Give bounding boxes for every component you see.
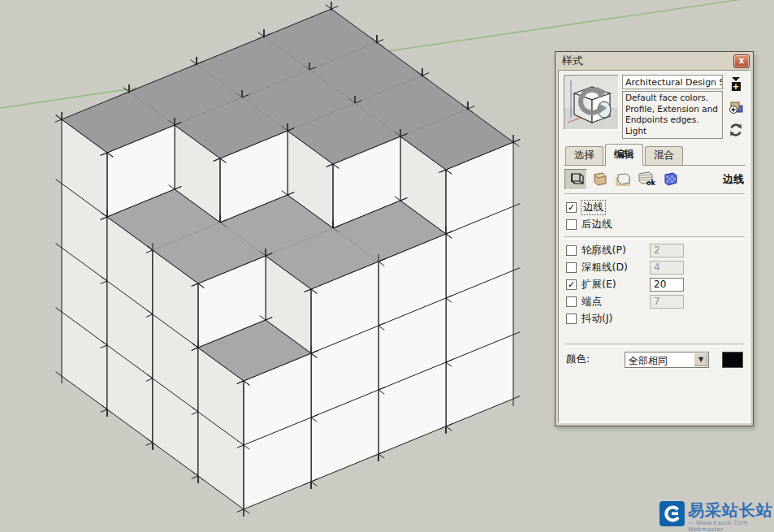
checkbox-back-edges[interactable]	[566, 219, 577, 230]
panel-title: 样式	[562, 54, 733, 68]
edge-style-button[interactable]	[564, 169, 587, 190]
divider	[564, 236, 745, 240]
divider	[564, 344, 745, 347]
checkbox-row-depth-cue: 深粗线(D) 4	[564, 259, 746, 276]
sketchup-window: 样式 x	[0, 0, 774, 532]
create-style-icon[interactable]	[728, 98, 744, 115]
tab-select[interactable]: 选择	[565, 146, 603, 165]
edit-subsection-strip: ok 边线	[564, 169, 746, 190]
checkbox-jitter[interactable]	[566, 314, 577, 324]
checkbox-edges[interactable]: ✓	[566, 202, 577, 213]
checkbox-row-endpoints: 端点 7	[564, 293, 746, 310]
watermark-style-button[interactable]: ok	[635, 169, 658, 190]
style-header: Architectural Design Style Default face …	[564, 75, 746, 139]
checkbox-depth-cue[interactable]	[566, 262, 577, 273]
site-watermark: 易采站长站 — Www.Easck.Com Webmaster	[659, 501, 774, 532]
color-label: 颜色:	[566, 353, 625, 366]
secondary-pane-icon[interactable]: +	[728, 76, 744, 92]
chevron-down-icon[interactable]: ▼	[694, 353, 707, 366]
style-header-buttons: +	[726, 75, 746, 139]
style-description[interactable]: Default face colors. Profile, Extension …	[622, 91, 723, 139]
watermark-tagline: — Www.Easck.Com Webmaster	[688, 520, 774, 532]
checkbox-label: 抖动(J)	[582, 312, 650, 326]
panel-content: Architectural Design Style Default face …	[558, 70, 750, 423]
profiles-width-field: 2	[650, 244, 684, 257]
edge-color-dropdown[interactable]: 全部相同 ▼	[625, 352, 709, 368]
panel-tabs: 选择 编辑 混合	[564, 144, 746, 166]
modeling-style-button[interactable]	[659, 169, 681, 190]
checkbox-row-jitter: 抖动(J)	[564, 310, 746, 327]
color-row: 颜色: 全部相同 ▼	[564, 352, 746, 368]
watermark-title: 易采站长站	[688, 501, 774, 519]
refresh-style-icon[interactable]	[728, 122, 744, 138]
edge-style-icon	[568, 172, 584, 187]
checkbox-endpoints[interactable]	[566, 296, 577, 307]
style-name-input[interactable]: Architectural Design Style	[622, 75, 723, 89]
background-style-button[interactable]	[612, 169, 634, 190]
endpoints-field: 7	[650, 295, 684, 309]
checkbox-profiles[interactable]	[566, 245, 577, 256]
checkbox-label: 深粗线(D)	[582, 261, 650, 275]
style-fields: Architectural Design Style Default face …	[622, 75, 723, 139]
close-icon[interactable]: x	[733, 54, 750, 68]
checkbox-row-extension: ✓ 扩展(E) 20	[564, 276, 746, 293]
face-style-icon	[591, 172, 608, 187]
tab-edit[interactable]: 编辑	[605, 144, 643, 166]
depth-cue-field: 4	[650, 261, 684, 275]
extension-length-field[interactable]: 20	[650, 278, 684, 292]
easck-logo-icon	[659, 501, 685, 526]
checkbox-row-edges: ✓ 边线	[564, 199, 746, 216]
checkbox-label: 边线	[582, 201, 605, 214]
edge-color-swatch[interactable]	[722, 352, 743, 368]
watermark-style-icon: ok	[638, 171, 655, 187]
styles-panel: 样式 x	[555, 51, 754, 426]
watermark-text: 易采站长站 — Www.Easck.Com Webmaster	[688, 501, 774, 532]
svg-text:ok: ok	[646, 179, 655, 187]
style-preview-icon	[564, 76, 618, 129]
divider	[564, 193, 745, 197]
modeling-style-icon	[662, 172, 678, 187]
section-label-edges: 边线	[723, 172, 746, 187]
checkbox-row-back-edges: 后边线	[564, 216, 746, 233]
checkbox-extension[interactable]: ✓	[566, 279, 577, 290]
checkbox-label: 扩展(E)	[582, 278, 650, 292]
style-thumbnail[interactable]	[564, 75, 619, 130]
face-style-button[interactable]	[588, 169, 611, 190]
checkbox-label: 轮廓线(P)	[582, 244, 650, 257]
tab-mix[interactable]: 混合	[645, 146, 683, 165]
checkbox-label: 后边线	[582, 218, 650, 231]
background-style-icon	[615, 172, 631, 187]
checkbox-row-profiles: 轮廓线(P) 2	[564, 242, 746, 259]
panel-titlebar[interactable]: 样式 x	[556, 52, 753, 70]
checkbox-label: 端点	[582, 295, 650, 309]
